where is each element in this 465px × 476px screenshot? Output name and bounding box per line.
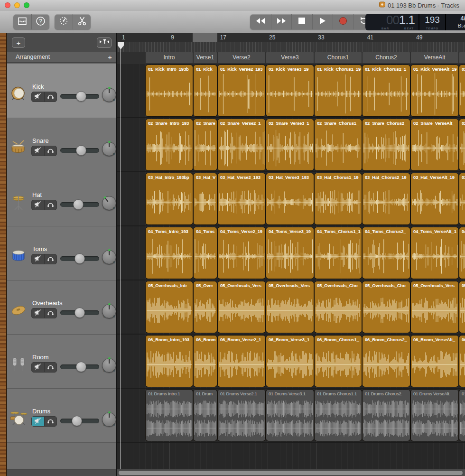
- volume-slider-thumb[interactable]: [72, 416, 82, 426]
- track-header-snare[interactable]: SnareLR: [7, 118, 116, 172]
- audio-region[interactable]: 04_Toms_Intro_193: [146, 227, 193, 279]
- pan-knob[interactable]: LR: [102, 358, 116, 373]
- audio-region[interactable]: 01 Drums Intro.1: [146, 390, 193, 441]
- audio-region[interactable]: 01_Kick_: [194, 65, 217, 116]
- mute-button[interactable]: [32, 308, 44, 318]
- volume-slider-thumb[interactable]: [76, 91, 86, 102]
- horizontal-scrollbar[interactable]: [117, 469, 465, 476]
- time-ruler[interactable]: 19172533414957: [117, 33, 465, 52]
- audio-region[interactable]: 06_Room_Verse2_1: [218, 336, 265, 387]
- audio-region[interactable]: 04_Toms_Verse3_19: [266, 227, 314, 279]
- library-button[interactable]: [13, 14, 31, 29]
- audio-region[interactable]: 01_Kick_Verse2_193: [218, 65, 265, 116]
- lcd-position-section[interactable]: 001.1 BAR BEAT: [365, 14, 418, 30]
- audio-region[interactable]: 01 Drums Chorus2.: [363, 390, 410, 441]
- solo-button[interactable]: [44, 146, 56, 156]
- arrangement-marker[interactable]: VerseAlt: [411, 52, 458, 63]
- add-arrangement-marker-button[interactable]: +: [108, 52, 112, 62]
- arrangement-marker[interactable]: Verse3: [266, 52, 314, 63]
- audio-region[interactable]: 05_Overheads_Cho: [315, 281, 362, 333]
- audio-region[interactable]: 05: [459, 281, 465, 333]
- track-header-kick[interactable]: KickLR: [7, 64, 116, 118]
- audio-region[interactable]: 03_Hat_Verse2_193: [218, 173, 265, 224]
- audio-region[interactable]: 02_Snare_Verse3_1: [266, 119, 314, 170]
- volume-slider[interactable]: [60, 202, 99, 207]
- volume-slider[interactable]: [60, 256, 99, 261]
- audio-region[interactable]: 06_Room_Verse3_1: [266, 336, 314, 387]
- solo-button[interactable]: [44, 254, 56, 264]
- arrangement-marker[interactable]: [459, 52, 465, 63]
- play-button[interactable]: [312, 14, 333, 29]
- audio-region[interactable]: 06_Room_VerseAlt_: [411, 336, 458, 387]
- scrollbar-thumb[interactable]: [119, 471, 463, 475]
- arrangement-marker[interactable]: Chorus2: [363, 52, 410, 63]
- volume-slider[interactable]: [60, 364, 99, 370]
- mute-button[interactable]: [32, 146, 44, 156]
- audio-region[interactable]: 04_Toms_Verse2_19: [218, 227, 265, 279]
- pan-knob[interactable]: LR: [102, 142, 116, 156]
- add-track-button[interactable]: +: [12, 37, 25, 48]
- track-header-room[interactable]: RoomLR: [7, 335, 116, 389]
- audio-region[interactable]: 06: [459, 336, 465, 387]
- audio-region[interactable]: 03_Hat_Chorus1_19: [315, 173, 362, 224]
- mute-button[interactable]: [32, 254, 44, 264]
- solo-button[interactable]: [44, 363, 56, 372]
- arrangement-marker[interactable]: Intro: [146, 52, 193, 63]
- audio-region[interactable]: 03_Hat_Chorus2_19: [363, 173, 410, 224]
- audio-region[interactable]: 03: [459, 173, 465, 224]
- arrangement-header[interactable]: Arrangement +: [7, 52, 116, 63]
- close-button[interactable]: [5, 2, 10, 8]
- audio-region[interactable]: 01 Drums Verse2.1: [218, 390, 265, 441]
- audio-region[interactable]: 01 Drum: [194, 390, 217, 441]
- volume-slider-thumb[interactable]: [76, 145, 86, 156]
- audio-region[interactable]: 01_Kick_Chorus1_19: [315, 65, 362, 116]
- arrangement-marker[interactable]: Verse1: [194, 52, 217, 63]
- audio-region[interactable]: 01_Kick_Intro_193b: [146, 65, 193, 116]
- volume-slider[interactable]: [60, 310, 99, 316]
- solo-button[interactable]: [44, 417, 56, 426]
- audio-region[interactable]: 02_Snare_Chorus1_: [315, 119, 362, 170]
- audio-region[interactable]: 06_Room: [194, 336, 217, 387]
- audio-region[interactable]: 04_Toms_Chorus1_1: [315, 227, 362, 279]
- solo-button[interactable]: [44, 92, 56, 102]
- audio-region[interactable]: 02_Snare_Chorus2_: [363, 119, 410, 170]
- audio-region[interactable]: 02_Snare_Verse2_1: [218, 119, 265, 170]
- audio-region[interactable]: 01_Kick_Verse3_19: [266, 65, 314, 116]
- rewind-button[interactable]: [250, 14, 271, 29]
- lcd-display[interactable]: 001.1 BAR BEAT 193 TEMPO 4/4 B♭maj: [365, 14, 465, 30]
- tuning-button[interactable]: [55, 14, 73, 29]
- track-header-drums[interactable]: DrumsLR: [7, 389, 116, 443]
- audio-region[interactable]: 03_Hat_Verse3_193: [266, 173, 314, 224]
- arrangement-marker[interactable]: Verse2: [218, 52, 265, 63]
- audio-region[interactable]: 04: [459, 227, 465, 279]
- audio-region[interactable]: 05_Overheads_Intr: [146, 281, 193, 333]
- audio-region[interactable]: 02_Snare_VerseAlt_: [411, 119, 458, 170]
- pan-knob[interactable]: LR: [102, 250, 116, 264]
- audio-region[interactable]: 04_Toms: [194, 227, 217, 279]
- audio-region[interactable]: 01_Kick_VerseAlt_19: [411, 65, 458, 116]
- record-button[interactable]: [333, 14, 353, 29]
- pan-knob[interactable]: LR: [102, 412, 116, 427]
- volume-slider-thumb[interactable]: [74, 308, 85, 318]
- audio-region[interactable]: 03_Hat_VerseAlt_19: [411, 173, 458, 224]
- arrangement-marker[interactable]: Chorus1: [315, 52, 362, 63]
- audio-region[interactable]: 02: [459, 119, 465, 170]
- audio-region[interactable]: 01: [459, 390, 465, 441]
- track-header-hat[interactable]: HatLR: [7, 172, 116, 226]
- volume-slider[interactable]: [60, 418, 99, 424]
- mute-button[interactable]: [32, 417, 44, 426]
- pan-knob[interactable]: LR: [102, 304, 116, 318]
- audio-region[interactable]: 06_Room_Chorus1_: [315, 336, 362, 387]
- stop-button[interactable]: [291, 14, 312, 29]
- mute-button[interactable]: [32, 92, 44, 102]
- zoom-button[interactable]: [24, 2, 29, 8]
- audio-region[interactable]: 05_Overheads_Vers: [218, 281, 265, 333]
- audio-region[interactable]: 03_Hat_Intro_193bp: [146, 173, 193, 224]
- pan-knob[interactable]: LR: [102, 88, 116, 102]
- lcd-tempo-section[interactable]: 193 TEMPO: [419, 14, 445, 30]
- help-button[interactable]: ?: [31, 14, 49, 29]
- audio-region[interactable]: 03_Hat_V: [194, 173, 217, 224]
- volume-slider-thumb[interactable]: [73, 199, 84, 210]
- audio-region[interactable]: 05_Overheads_Vers: [266, 281, 314, 333]
- edit-button[interactable]: [73, 14, 91, 29]
